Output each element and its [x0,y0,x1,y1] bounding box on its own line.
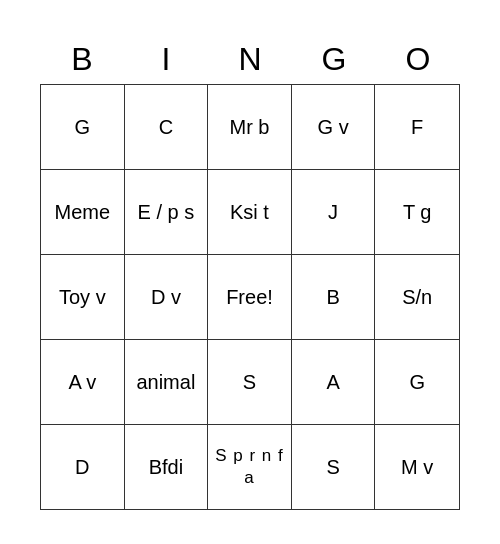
bingo-row: D Bfdi S p r n f a S M v [41,425,459,509]
cell-2-4: S/n [375,255,459,339]
cell-4-3: S [292,425,376,509]
cell-1-1: E / p s [125,170,209,254]
cell-4-2: S p r n f a [208,425,292,509]
header-n: N [208,34,292,84]
bingo-row: Toy v D v Free! B S/n [41,255,459,340]
header-o: O [376,34,460,84]
bingo-row: A v animal S A G [41,340,459,425]
bingo-board: B I N G O G C Mr b G v F Meme E / p s Ks… [40,34,460,510]
cell-1-3: J [292,170,376,254]
cell-1-0: Meme [41,170,125,254]
cell-2-3: B [292,255,376,339]
bingo-row: G C Mr b G v F [41,85,459,170]
cell-free: Free! [208,255,292,339]
cell-2-0: Toy v [41,255,125,339]
cell-0-3: G v [292,85,376,169]
cell-0-2: Mr b [208,85,292,169]
header-i: I [124,34,208,84]
cell-0-0: G [41,85,125,169]
header-g: G [292,34,376,84]
cell-3-1: animal [125,340,209,424]
cell-1-4: T g [375,170,459,254]
cell-0-1: C [125,85,209,169]
cell-3-0: A v [41,340,125,424]
bingo-header: B I N G O [40,34,460,84]
cell-4-1: Bfdi [125,425,209,509]
cell-3-2: S [208,340,292,424]
bingo-row: Meme E / p s Ksi t J T g [41,170,459,255]
header-b: B [40,34,124,84]
cell-3-3: A [292,340,376,424]
cell-4-4: M v [375,425,459,509]
cell-1-2: Ksi t [208,170,292,254]
cell-3-4: G [375,340,459,424]
cell-0-4: F [375,85,459,169]
cell-4-0: D [41,425,125,509]
bingo-grid: G C Mr b G v F Meme E / p s Ksi t J T g … [40,84,460,510]
cell-2-1: D v [125,255,209,339]
